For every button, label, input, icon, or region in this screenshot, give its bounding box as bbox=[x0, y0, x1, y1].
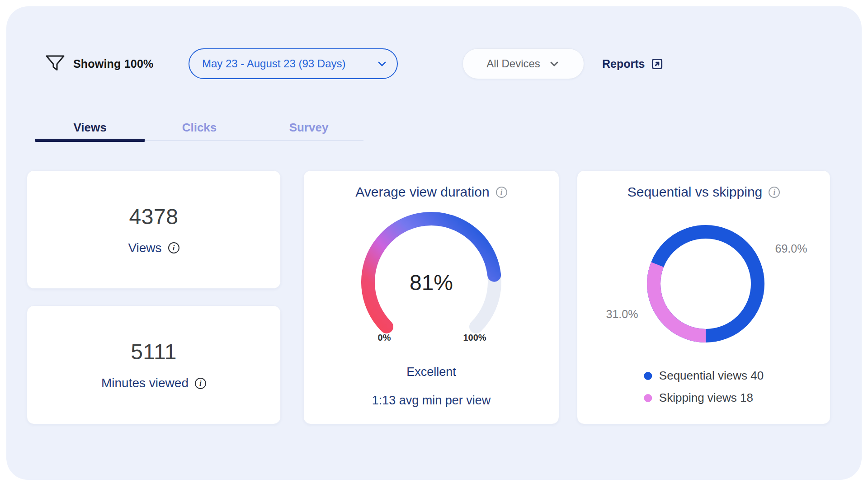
chevron-down-icon bbox=[376, 58, 388, 70]
views-count: 4378 bbox=[129, 204, 179, 229]
reports-label: Reports bbox=[602, 57, 645, 70]
info-icon[interactable] bbox=[168, 242, 179, 253]
external-link-icon bbox=[651, 58, 663, 70]
views-label: Views bbox=[128, 241, 161, 255]
gauge-max-label: 100% bbox=[454, 333, 495, 343]
showing-percentage-label: Showing 100% bbox=[73, 48, 153, 79]
date-range-value: May 23 - August 23 (93 Days) bbox=[202, 57, 345, 70]
dashboard: Showing 100% May 23 - August 23 (93 Days… bbox=[0, 0, 868, 488]
legend-label: Sequential views bbox=[659, 369, 747, 382]
date-range-dropdown[interactable]: May 23 - August 23 (93 Days) bbox=[189, 48, 398, 79]
devices-value: All Devices bbox=[486, 57, 540, 70]
view-duration-gauge: 81% 0% 100% bbox=[354, 210, 508, 350]
gauge-percent-value: 81% bbox=[354, 270, 508, 295]
donut-legend: Sequential views 40 Skipping views 18 bbox=[644, 369, 764, 405]
legend-dot-pink bbox=[644, 394, 652, 402]
gauge-min-label: 0% bbox=[364, 333, 405, 343]
info-icon[interactable] bbox=[496, 187, 507, 198]
tab-bar: Views Clicks Survey bbox=[35, 115, 363, 141]
devices-dropdown[interactable]: All Devices bbox=[462, 48, 584, 79]
minutes-viewed-label: Minutes viewed bbox=[101, 376, 189, 390]
minutes-viewed-stat-card: 5111 Minutes viewed bbox=[27, 305, 281, 424]
legend-value: 40 bbox=[750, 369, 764, 382]
info-icon[interactable] bbox=[195, 378, 206, 389]
filter-icon[interactable] bbox=[44, 48, 66, 79]
legend-item-skipping: Skipping views 18 bbox=[644, 391, 764, 405]
analytics-panel: Showing 100% May 23 - August 23 (93 Days… bbox=[6, 6, 862, 480]
gauge-rating: Excellent bbox=[304, 365, 559, 379]
gauge-note: 1:13 avg min per view bbox=[304, 394, 559, 408]
tab-clicks[interactable]: Clicks bbox=[145, 115, 254, 140]
chevron-down-icon bbox=[548, 58, 560, 70]
funnel-icon bbox=[45, 54, 65, 73]
legend-label: Skipping views bbox=[659, 391, 737, 404]
donut-card-title: Sequential vs skipping bbox=[627, 184, 763, 200]
views-stat-card: 4378 Views bbox=[27, 170, 281, 289]
average-view-duration-card: Average view duration 81% 0% 100% Excell… bbox=[303, 170, 559, 424]
sequential-skipping-donut bbox=[642, 221, 769, 347]
minutes-viewed-count: 5111 bbox=[131, 339, 177, 364]
legend-dot-blue bbox=[644, 372, 652, 380]
sequential-vs-skipping-card: Sequential vs skipping 69.0% 31.0% Seque… bbox=[577, 170, 830, 424]
info-icon[interactable] bbox=[769, 187, 780, 198]
tab-survey[interactable]: Survey bbox=[254, 115, 363, 140]
donut-major-percent: 69.0% bbox=[757, 242, 825, 255]
gauge-card-title: Average view duration bbox=[355, 184, 489, 200]
donut-chart bbox=[642, 221, 769, 347]
donut-minor-percent: 31.0% bbox=[588, 308, 656, 321]
legend-value: 18 bbox=[740, 391, 753, 404]
legend-item-sequential: Sequential views 40 bbox=[644, 369, 764, 383]
reports-link[interactable]: Reports bbox=[602, 48, 663, 79]
tab-views[interactable]: Views bbox=[35, 115, 145, 140]
